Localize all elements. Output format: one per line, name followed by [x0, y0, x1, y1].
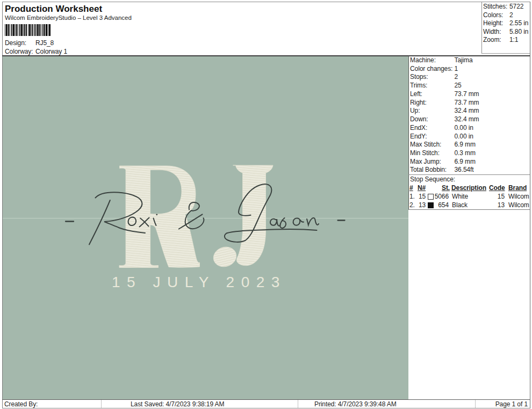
svg-text:15 JULY 2023: 15 JULY 2023 — [112, 274, 286, 290]
